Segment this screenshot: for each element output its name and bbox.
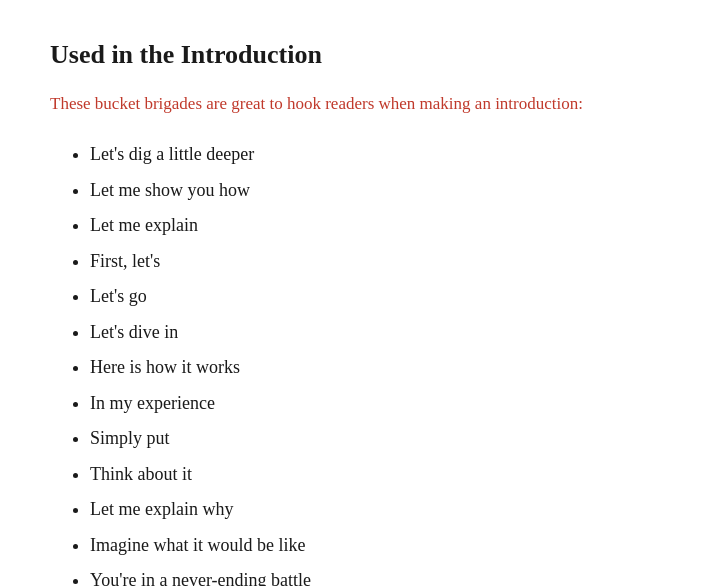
list-item: First, let's	[90, 244, 656, 280]
list-item: Let's dive in	[90, 315, 656, 351]
list-item: Imagine what it would be like	[90, 528, 656, 564]
list-item: Let's go	[90, 279, 656, 315]
section-title: Used in the Introduction	[50, 40, 656, 70]
intro-paragraph: These bucket brigades are great to hook …	[50, 90, 656, 117]
list-item: Think about it	[90, 457, 656, 493]
list-item: Let me explain why	[90, 492, 656, 528]
list-item: Simply put	[90, 421, 656, 457]
list-item: Let's dig a little deeper	[90, 137, 656, 173]
bucket-brigade-list: Let's dig a little deeperLet me show you…	[50, 137, 656, 586]
list-item: Let me explain	[90, 208, 656, 244]
list-item: Here is how it works	[90, 350, 656, 386]
list-item: In my experience	[90, 386, 656, 422]
list-item: Let me show you how	[90, 173, 656, 209]
list-item: You're in a never-ending battle	[90, 563, 656, 586]
